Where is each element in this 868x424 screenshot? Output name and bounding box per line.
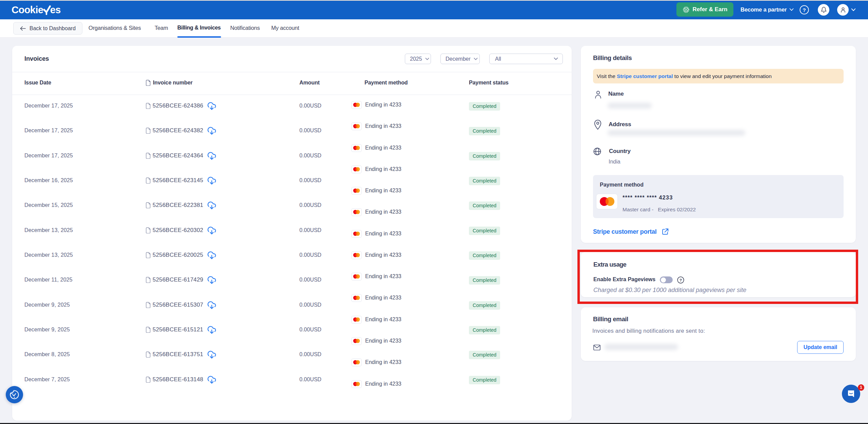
svg-text:?: ? — [679, 278, 682, 282]
svg-text:?: ? — [803, 7, 806, 13]
